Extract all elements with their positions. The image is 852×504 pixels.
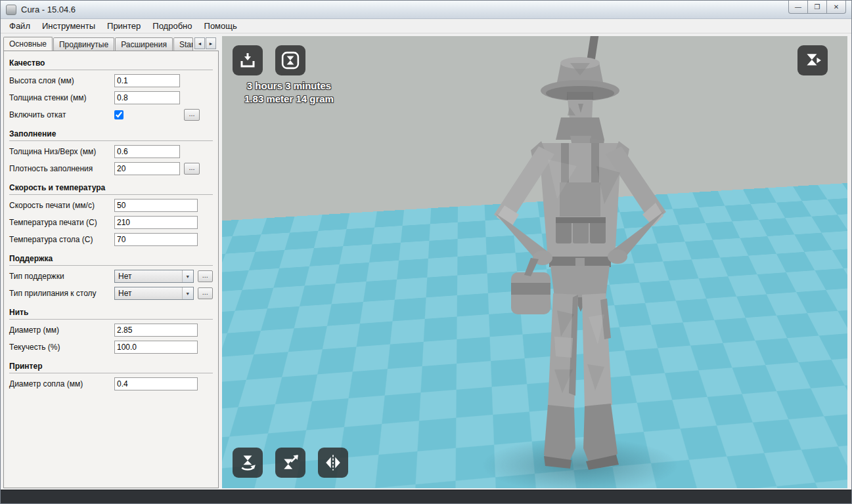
view-mode-button[interactable] — [797, 45, 828, 75]
settings-panel: Основные Продвинутые Расширения Start ◄ … — [3, 36, 219, 488]
setting-row: Температура стола (C) — [8, 231, 214, 248]
section-speed-temperature: Скорость и температура Скорость печати (… — [8, 183, 214, 248]
setting-row: Высота слоя (мм) — [8, 72, 214, 89]
menu-item-tools[interactable]: Инструменты — [36, 20, 101, 32]
setting-row: Тип прилипания к столу Нет ▼ ... — [8, 285, 214, 302]
setting-label: Температура стола (C) — [9, 235, 114, 244]
setting-row: Толщина стенки (мм) — [8, 89, 214, 106]
tab-start-gcode[interactable]: Start — [173, 37, 193, 51]
setting-label: Тип прилипания к столу — [9, 289, 114, 298]
view-mode-icon — [803, 51, 822, 70]
model-soldier[interactable] — [432, 36, 728, 488]
wall-thickness-input[interactable] — [114, 91, 180, 104]
setting-row: Тип поддержки Нет ▼ ... — [8, 268, 214, 285]
setting-label: Тип поддержки — [9, 272, 114, 281]
checkbox-holder — [114, 110, 180, 119]
section-title: Поддержка — [9, 254, 213, 266]
fill-density-input[interactable] — [114, 162, 180, 175]
section-title: Скорость и температура — [9, 183, 213, 195]
section-title: Нить — [9, 308, 213, 320]
bottom-top-thickness-input[interactable] — [114, 145, 180, 158]
viewport-3d[interactable]: 3 hours 3 minutes 1.83 meter 14 gram — [222, 36, 847, 488]
fill-density-more-button[interactable]: ... — [184, 163, 200, 175]
setting-label: Текучесть (%) — [9, 343, 114, 352]
main-content: Основные Продвинутые Расширения Start ◄ … — [1, 33, 851, 490]
setting-row: Текучесть (%) — [8, 339, 214, 356]
setting-label: Температура печати (C) — [9, 218, 114, 227]
tab-advanced[interactable]: Продвинутые — [53, 37, 114, 51]
tab-scroll-left-icon[interactable]: ◄ — [194, 37, 205, 49]
setting-row: Температура печати (C) — [8, 214, 214, 231]
window-controls: — ❐ ✕ — [789, 1, 846, 14]
window-title: Cura - 15.04.6 — [21, 5, 76, 14]
print-time: 3 hours 3 minutes — [223, 79, 355, 93]
setting-row: Толщина Низ/Верх (мм) — [8, 143, 214, 160]
support-type-select[interactable]: Нет ▼ — [114, 270, 194, 283]
setting-row: Диаметр сопла (мм) — [8, 375, 214, 392]
setting-label: Скорость печати (мм/с) — [9, 201, 114, 210]
section-fill: Заполнение Толщина Низ/Верх (мм) Плотнос… — [8, 129, 214, 177]
filament-diameter-input[interactable] — [114, 324, 198, 337]
layer-height-input[interactable] — [114, 74, 180, 87]
section-printer: Принтер Диаметр сопла (мм) — [8, 362, 214, 392]
settings-page: Качество Высота слоя (мм) Толщина стенки… — [3, 51, 219, 488]
setting-row: Диаметр (мм) — [8, 322, 214, 339]
load-model-icon — [239, 52, 256, 69]
menubar: Файл Инструменты Принтер Подробно Помощь — [1, 19, 851, 33]
chevron-down-icon: ▼ — [182, 287, 193, 299]
app-icon — [6, 5, 16, 15]
close-button[interactable]: ✕ — [826, 1, 846, 14]
setting-label: Высота слоя (мм) — [9, 76, 114, 85]
rotate-icon — [238, 453, 257, 472]
setting-row: Включить откат ... — [8, 106, 214, 123]
menu-item-expert[interactable]: Подробно — [146, 20, 198, 32]
save-toolpath-button[interactable] — [275, 45, 305, 75]
titlebar: Cura - 15.04.6 — ❐ ✕ — [1, 1, 851, 19]
maximize-button[interactable]: ❐ — [807, 1, 827, 14]
print-speed-input[interactable] — [114, 199, 198, 212]
tabstrip: Основные Продвинутые Расширения Start ◄ … — [3, 36, 219, 51]
save-toolpath-icon — [281, 51, 300, 70]
section-filament: Нить Диаметр (мм) Текучесть (%) — [8, 308, 214, 356]
section-support: Поддержка Тип поддержки Нет ▼ ... Тип пр… — [8, 254, 214, 302]
nozzle-size-input[interactable] — [114, 377, 198, 390]
print-temperature-input[interactable] — [114, 216, 198, 229]
section-quality: Качество Высота слоя (мм) Толщина стенки… — [8, 58, 214, 123]
rotate-button[interactable] — [233, 448, 263, 478]
retraction-checkbox[interactable] — [114, 110, 123, 119]
menu-item-printer[interactable]: Принтер — [101, 20, 146, 32]
tab-scroll-right-icon[interactable]: ► — [206, 37, 216, 49]
minimize-button[interactable]: — — [788, 1, 808, 14]
setting-label: Диаметр (мм) — [9, 326, 114, 335]
filament-flow-input[interactable] — [114, 341, 198, 354]
bed-temperature-input[interactable] — [114, 233, 198, 246]
platform-adhesion-more-button[interactable]: ... — [198, 287, 213, 299]
mirror-icon — [324, 453, 342, 472]
section-title: Качество — [9, 58, 213, 70]
tabs: Основные Продвинутые Расширения Start — [3, 36, 194, 51]
support-more-button[interactable]: ... — [198, 270, 213, 282]
setting-label: Толщина стенки (мм) — [9, 93, 114, 102]
tab-basic[interactable]: Основные — [3, 37, 53, 51]
app-window: Cura - 15.04.6 — ❐ ✕ Файл Инструменты Пр… — [0, 0, 852, 504]
platform-adhesion-select[interactable]: Нет ▼ — [114, 287, 194, 300]
section-title: Принтер — [9, 362, 213, 373]
tab-plugins[interactable]: Расширения — [115, 37, 173, 51]
chevron-down-icon: ▼ — [182, 270, 193, 282]
scale-icon — [281, 453, 300, 472]
menu-item-help[interactable]: Помощь — [198, 20, 243, 32]
setting-label: Плотность заполнения — [9, 164, 114, 173]
platform-adhesion-value: Нет — [118, 289, 131, 298]
mirror-button[interactable] — [318, 448, 348, 478]
retraction-more-button[interactable]: ... — [184, 109, 200, 121]
print-estimate: 3 hours 3 minutes 1.83 meter 14 gram — [223, 79, 355, 106]
section-title: Заполнение — [9, 129, 213, 141]
load-model-button[interactable] — [233, 45, 263, 75]
taskbar-strip — [1, 490, 851, 503]
setting-label: Толщина Низ/Верх (мм) — [9, 147, 114, 156]
setting-label: Диаметр сопла (мм) — [9, 379, 114, 388]
setting-row: Плотность заполнения ... — [8, 160, 214, 177]
menu-item-file[interactable]: Файл — [3, 20, 36, 32]
scale-button[interactable] — [275, 448, 305, 478]
print-material: 1.83 meter 14 gram — [223, 93, 355, 106]
